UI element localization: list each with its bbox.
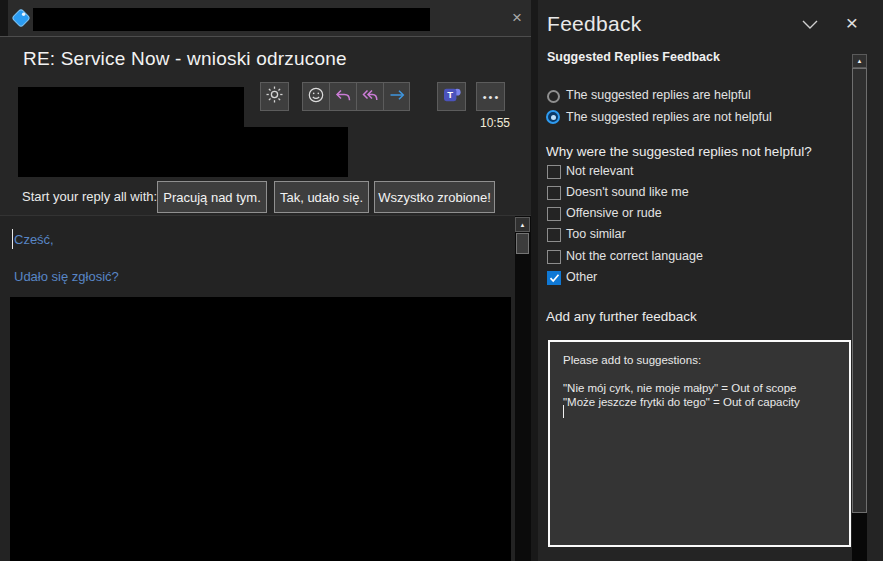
checkbox-not-relevant[interactable] [547, 165, 561, 179]
redacted-window-title [33, 8, 430, 31]
suggested-reply-button-1[interactable]: Pracują nad tym. [157, 181, 267, 213]
email-scrollbar-thumb[interactable] [516, 233, 529, 254]
reply-arrow-icon [334, 86, 352, 108]
window-titlebar: × [0, 0, 531, 37]
suggested-replies-prompt: Start your reply all with: [22, 189, 157, 204]
feedback-section-heading: Suggested Replies Feedback [547, 50, 720, 64]
further-feedback-label: Add any further feedback [546, 309, 697, 324]
smiley-icon [307, 86, 325, 108]
redacted-recipient-info [18, 127, 348, 177]
redacted-sender-info [18, 87, 244, 127]
radio-replies-not-helpful-label[interactable]: The suggested replies are not helpful [566, 110, 772, 124]
checkbox-doesnt-sound-like-me[interactable] [547, 186, 561, 200]
checkbox-other-label[interactable]: Other [566, 270, 597, 284]
received-time: 10:55 [440, 116, 510, 130]
sun-icon [265, 85, 284, 108]
reply-button[interactable] [329, 82, 356, 111]
teams-icon: T [442, 86, 462, 108]
email-scroll-up-button[interactable]: ▲ [515, 217, 530, 232]
radio-selected-dot [551, 115, 556, 120]
checkbox-not-correct-language-label[interactable]: Not the correct language [566, 249, 703, 263]
checkbox-offensive-or-rude-label[interactable]: Offensive or rude [566, 206, 662, 220]
panel-scrollbar-track[interactable] [852, 513, 867, 561]
checkmark-icon [549, 269, 560, 287]
radio-replies-not-helpful[interactable] [546, 110, 560, 124]
reply-toolbar-group [302, 82, 410, 111]
compose-greeting: Cześć, [14, 232, 54, 247]
reason-question: Why were the suggested replies not helpf… [546, 144, 812, 159]
checkbox-other[interactable] [547, 271, 561, 285]
radio-replies-helpful-label[interactable]: The suggested replies are helpful [566, 88, 751, 102]
titlebar-left-edge [0, 0, 8, 36]
feedback-textarea[interactable]: Please add to suggestions: "Nie mój cyrk… [548, 340, 851, 547]
collapse-panel-button[interactable] [800, 18, 820, 32]
email-subject: RE: Service Now - wnioski odrzucone [23, 48, 347, 70]
redacted-quoted-email [10, 297, 511, 561]
forward-button[interactable] [383, 82, 410, 111]
close-panel-button[interactable]: × [839, 11, 865, 35]
compose-question: Udało się zgłosić? [14, 269, 119, 284]
more-actions-button[interactable]: ••• [476, 82, 505, 111]
suggested-reply-button-2[interactable]: Tak, udało się. [274, 181, 369, 213]
suggested-reply-button-3[interactable]: Wszystko zrobione! [374, 181, 495, 213]
feedback-textarea-text: Please add to suggestions: "Nie mój cyrk… [563, 353, 841, 409]
checkbox-doesnt-sound-like-me-label[interactable]: Doesn't sound like me [566, 185, 689, 199]
checkbox-not-relevant-label[interactable]: Not relevant [566, 164, 633, 178]
reply-all-button[interactable] [356, 82, 383, 111]
category-tag-icon [10, 7, 32, 29]
feedback-panel-title: Feedback [547, 12, 642, 36]
checkbox-too-similar-label[interactable]: Too similar [566, 227, 626, 241]
window-close-button[interactable]: × [505, 7, 529, 29]
checkbox-offensive-or-rude[interactable] [547, 207, 561, 221]
chevron-down-icon [800, 18, 820, 35]
email-window: × RE: Service Now - wnioski odrzucone [0, 0, 531, 561]
radio-replies-helpful[interactable] [547, 90, 560, 103]
emoji-button[interactable] [302, 82, 329, 111]
pane-divider [531, 0, 538, 561]
checkbox-too-similar[interactable] [547, 228, 561, 242]
text-cursor [12, 229, 13, 249]
email-scrollbar-track[interactable] [515, 216, 531, 561]
reply-all-arrow-icon [361, 86, 379, 108]
panel-scrollbar-thumb[interactable] [852, 68, 867, 513]
textarea-cursor [563, 405, 564, 418]
feedback-panel: Feedback × Suggested Replies Feedback Th… [538, 0, 883, 561]
brightness-button[interactable] [260, 82, 289, 111]
share-to-teams-button[interactable]: T [437, 82, 466, 111]
checkbox-not-correct-language[interactable] [547, 250, 561, 264]
svg-text:T: T [447, 89, 453, 100]
forward-arrow-icon [388, 86, 406, 108]
panel-scroll-up-button[interactable]: ▲ [852, 54, 867, 68]
